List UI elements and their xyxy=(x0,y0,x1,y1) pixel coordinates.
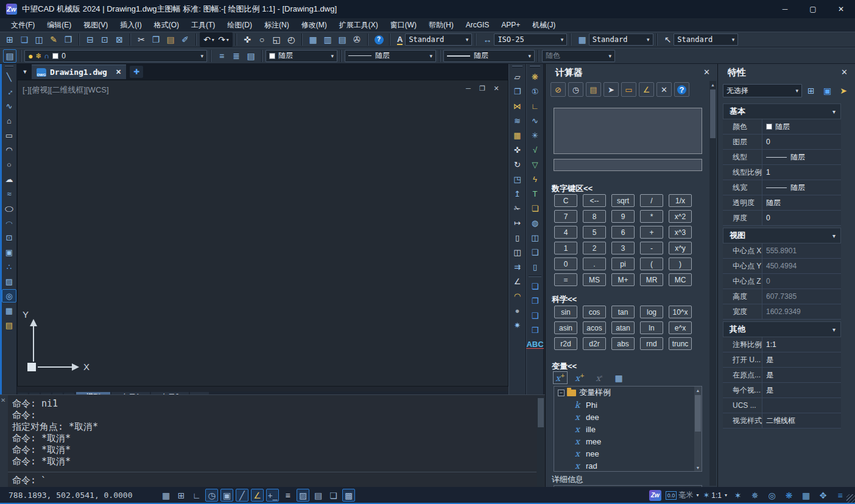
key-pi-button[interactable]: pi xyxy=(611,257,635,270)
paste-to-cmdline-button[interactable]: ▤ xyxy=(586,82,601,97)
balloon-button[interactable]: ◍ xyxy=(528,216,543,229)
menu-item-13[interactable]: APP+ xyxy=(495,18,526,32)
copy-detail-button[interactable]: ❑ xyxy=(528,245,543,259)
drawing-canvas[interactable]: [-][俯视][二维线框][WCS] ─ ❐ ✕ Y X xyxy=(17,80,508,387)
cut-button[interactable]: ✂ xyxy=(135,33,148,46)
menu-item-9[interactable]: 扩展工具(X) xyxy=(333,18,384,32)
property-value[interactable]: 0 xyxy=(762,274,841,289)
key---button[interactable]: - xyxy=(640,242,663,254)
settings-button[interactable]: ❋ xyxy=(783,489,795,502)
intersection-button[interactable]: ✕ xyxy=(656,82,672,97)
gear-tool-button[interactable]: ✳ xyxy=(528,128,543,142)
get-coordinates-button[interactable]: ➤ xyxy=(603,82,619,97)
send-below-button[interactable]: ❒ xyxy=(528,323,543,337)
explode-button[interactable]: ✷ xyxy=(510,318,525,332)
blend-button[interactable]: ● xyxy=(510,304,525,317)
spline-button[interactable]: ≈ xyxy=(2,187,16,200)
trim-button[interactable]: ✁ xyxy=(510,201,525,215)
key-MC-button[interactable]: MC xyxy=(669,273,692,286)
property-value[interactable]: 随层 xyxy=(762,119,841,134)
dim-style-dropdown[interactable]: ISO-25▾ xyxy=(494,33,567,46)
menu-item-2[interactable]: 视图(V) xyxy=(77,18,114,32)
maximize-icon[interactable]: ▢ xyxy=(799,0,827,18)
edit-variable-button[interactable]: x+ xyxy=(572,371,587,384)
key-1/x-button[interactable]: 1/x xyxy=(669,194,692,207)
ellipse-button[interactable]: ◯ xyxy=(2,201,16,215)
numpad-section-label[interactable]: 数字键区<< xyxy=(552,183,593,194)
delete-dimension-button[interactable]: ◫ xyxy=(528,231,543,244)
key-)-button[interactable]: ) xyxy=(669,257,692,270)
lineweight-display-toggle[interactable]: ≡ xyxy=(281,489,294,502)
calc-help-button[interactable]: ? xyxy=(674,82,689,97)
distance-button[interactable]: ▭ xyxy=(621,82,636,97)
purge-button[interactable]: ✇ xyxy=(350,33,364,46)
variable-row-4[interactable]: xnee xyxy=(554,447,702,460)
break-button[interactable]: ◫ xyxy=(510,245,525,259)
scientific-section-label[interactable]: 科学<< xyxy=(552,294,577,305)
fn-ln-button[interactable]: ln xyxy=(640,321,663,334)
menu-item-4[interactable]: 格式(O) xyxy=(148,18,185,32)
insert-block-button[interactable]: ⊡ xyxy=(2,231,16,244)
chevron-down-icon[interactable]: ▾ xyxy=(212,37,214,43)
key-<---button[interactable]: <-- xyxy=(583,194,606,207)
fn-trunc-button[interactable]: trunc xyxy=(669,337,692,350)
command-scrollbar[interactable] xyxy=(537,396,544,486)
fn-e^x-button[interactable]: e^x xyxy=(669,321,692,334)
save-all-button[interactable]: ❐ xyxy=(62,33,75,46)
history-button[interactable]: ◷ xyxy=(568,82,583,97)
save-as-button[interactable]: ✎ xyxy=(47,33,60,46)
property-value[interactable]: 450.4994 xyxy=(762,259,841,273)
quick-properties-toggle[interactable]: ▤ xyxy=(312,489,325,502)
angle-button[interactable]: ∠ xyxy=(639,82,654,97)
property-value[interactable]: 二维线框 xyxy=(762,413,841,428)
key-MS-button[interactable]: MS xyxy=(583,273,606,286)
fastener-button[interactable]: ϟ xyxy=(528,172,543,186)
bring-to-front-button[interactable]: ❏ xyxy=(528,279,543,293)
key-x^3-button[interactable]: x^3 xyxy=(669,226,692,239)
chevron-down-icon[interactable]: ▾ xyxy=(227,37,229,43)
property-value[interactable]: 0 xyxy=(762,135,841,149)
tab-close-icon[interactable]: ✕ xyxy=(116,68,121,76)
menu-item-8[interactable]: 修改(M) xyxy=(295,18,333,32)
text-style-dropdown[interactable]: Standard▾ xyxy=(405,33,472,46)
polyline-button[interactable]: ∿ xyxy=(2,99,16,113)
variable-row-3[interactable]: xmee xyxy=(554,435,702,447)
ortho-toggle[interactable]: ∟ xyxy=(190,489,203,502)
text-tool-button[interactable]: T xyxy=(528,187,543,200)
fn-tan-button[interactable]: tan xyxy=(611,306,635,318)
property-value[interactable]: 555.8901 xyxy=(762,243,841,258)
variable-row-1[interactable]: xdee xyxy=(554,411,702,423)
toolbar-grip[interactable] xyxy=(530,66,540,68)
property-value[interactable]: 随层 xyxy=(762,195,841,210)
color-dropdown[interactable]: 随层▾ xyxy=(266,50,337,62)
linetype-dropdown[interactable]: 随层▾ xyxy=(345,50,436,62)
stretch-button[interactable]: ↥ xyxy=(510,187,525,200)
open-button[interactable]: ❏ xyxy=(18,33,31,46)
key-(-button[interactable]: ( xyxy=(640,257,663,270)
key-7-button[interactable]: 7 xyxy=(554,210,577,223)
grid-toggle[interactable]: ▦ xyxy=(160,489,172,502)
copy-button[interactable]: ❐ xyxy=(149,33,163,46)
menu-item-6[interactable]: 绘图(D) xyxy=(221,18,258,32)
lineweight-dropdown[interactable]: 随层▾ xyxy=(443,50,535,62)
circle-button[interactable]: ○ xyxy=(2,158,16,171)
property-value[interactable]: 随层 xyxy=(762,180,841,195)
fn-sin-button[interactable]: sin xyxy=(554,306,577,318)
region-button[interactable]: ◎ xyxy=(2,289,16,303)
redo-button[interactable]: ↷▾ xyxy=(217,33,230,46)
menu-item-5[interactable]: 工具(T) xyxy=(185,18,221,32)
snap-toggle[interactable]: ⊞ xyxy=(175,489,188,502)
otrack-toggle[interactable]: ∠ xyxy=(251,489,264,502)
calculator-scrollbar[interactable]: ▲ xyxy=(709,81,716,486)
fn-asin-button[interactable]: asin xyxy=(554,321,577,334)
join-button[interactable]: ⇉ xyxy=(510,260,525,273)
fn-rnd-button[interactable]: rnd xyxy=(640,337,663,350)
hatch-button[interactable]: ▨ xyxy=(2,275,16,288)
property-value[interactable] xyxy=(762,398,841,413)
fn-abs-button[interactable]: abs xyxy=(611,337,635,350)
polar-toggle[interactable]: ◷ xyxy=(205,489,218,502)
toolbar-grip[interactable] xyxy=(5,66,13,68)
undo-button[interactable]: ↶▾ xyxy=(202,33,216,46)
array-button[interactable]: ▦ xyxy=(510,128,525,142)
new-document-button[interactable]: ✚ xyxy=(130,66,143,78)
